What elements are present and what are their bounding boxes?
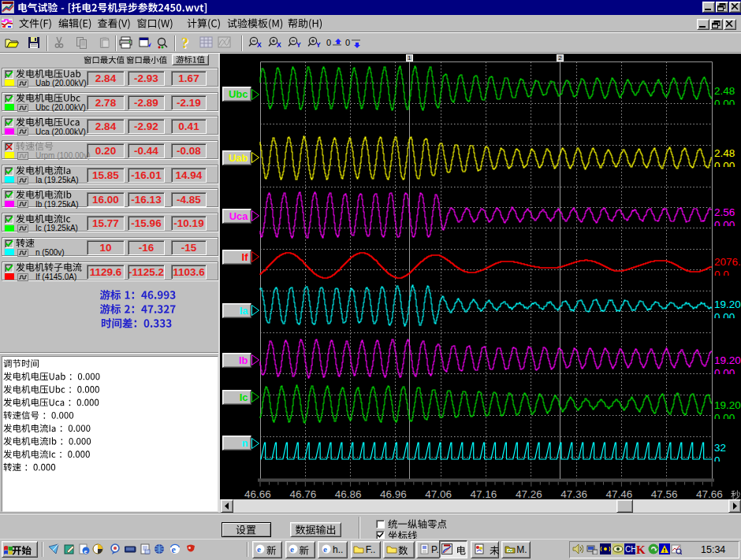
svg-text:Y: Y xyxy=(316,41,321,49)
svg-text:X: X xyxy=(277,41,281,49)
svg-text:CH: CH xyxy=(625,545,635,554)
svg-text:e: e xyxy=(84,547,88,555)
svg-text:X: X xyxy=(257,41,262,49)
svg-text:K: K xyxy=(636,543,646,554)
svg-text:e: e xyxy=(323,544,327,554)
svg-text:0: 0 xyxy=(345,38,350,47)
svg-text:0: 0 xyxy=(326,38,331,47)
svg-text:e: e xyxy=(257,544,261,554)
svg-text:Y: Y xyxy=(296,41,301,49)
svg-text:e: e xyxy=(290,544,294,554)
